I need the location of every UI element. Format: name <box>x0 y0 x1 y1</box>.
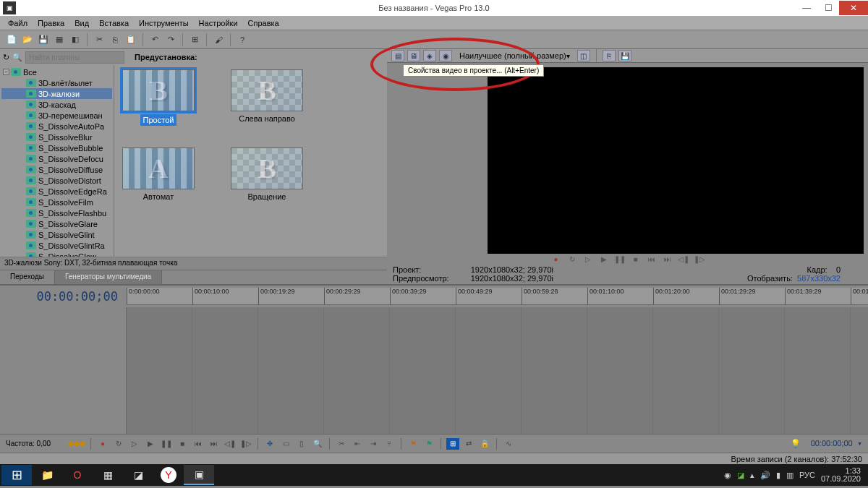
save-icon[interactable]: 💾 <box>36 33 51 47</box>
save-snapshot-icon[interactable]: 💾 <box>618 50 631 61</box>
properties-icon[interactable]: ◧ <box>68 33 82 47</box>
safe-areas-icon[interactable]: ◉ <box>439 50 452 61</box>
snap-icon[interactable]: ⊞ <box>446 438 459 450</box>
tree-item[interactable]: S_DissolveBlur <box>1 132 112 142</box>
menu-edit[interactable]: Правка <box>33 17 69 29</box>
tree-item[interactable]: 3D-перемешиван <box>1 110 112 121</box>
project-properties-icon[interactable]: ▤ <box>391 50 404 61</box>
prev-frame-icon[interactable]: ◁❚ <box>678 254 689 264</box>
new-icon[interactable]: 📄 <box>4 33 19 47</box>
paste-icon[interactable]: 📋 <box>124 33 138 47</box>
task-app1[interactable]: ▦ <box>93 465 123 485</box>
plugin-tree[interactable]: −Все 3D-влёт/вылет3D-жалюзи3D-каскад3D-п… <box>0 65 114 257</box>
minimize-button[interactable]: — <box>796 1 817 15</box>
menu-view[interactable]: Вид <box>69 17 94 29</box>
record-icon[interactable]: ● <box>550 254 562 264</box>
redo-icon[interactable]: ↷ <box>163 33 178 47</box>
loop-icon[interactable]: ↻ <box>112 438 125 450</box>
tree-item[interactable]: S_DissolveGlow <box>1 251 112 257</box>
task-app2[interactable]: ◪ <box>123 465 153 485</box>
tree-item[interactable]: S_DissolveBubble <box>1 142 112 153</box>
menu-help[interactable]: Справка <box>243 17 284 29</box>
start-button[interactable]: ⊞ <box>1 465 32 485</box>
next-frame-icon[interactable]: ❚▷ <box>694 254 705 264</box>
prev-frame-icon[interactable]: ◁❚ <box>224 438 237 450</box>
scrub-handle-icon[interactable]: ◆◆◆ <box>68 439 85 448</box>
loop-icon[interactable]: ↻ <box>566 254 578 264</box>
region-icon[interactable]: ⚑ <box>422 438 435 450</box>
cut-icon[interactable]: ✂ <box>335 438 348 450</box>
snap-icon[interactable]: ⊞ <box>187 33 202 47</box>
close-button[interactable]: ✕ <box>839 1 868 15</box>
go-end-icon[interactable]: ⏭ <box>662 254 673 264</box>
copy-icon[interactable]: ⎘ <box>108 33 122 47</box>
tray-action-icon[interactable]: ▥ <box>786 471 793 480</box>
task-yandex[interactable]: Y <box>161 467 176 483</box>
tree-item[interactable]: S_DissolveEdgeRa <box>1 186 112 197</box>
tree-item[interactable]: 3D-влёт/вылет <box>1 77 112 88</box>
record-icon[interactable]: ● <box>96 438 109 450</box>
tree-item[interactable]: S_DissolveDistort <box>1 175 112 186</box>
open-icon[interactable]: 📂 <box>20 33 35 47</box>
task-vegas[interactable]: ▣ <box>184 465 214 485</box>
auto-crossfade-icon[interactable]: ∿ <box>502 438 515 450</box>
cut-icon[interactable]: ✂ <box>92 33 106 47</box>
tray-clock[interactable]: 1:33 07.09.2020 <box>821 467 861 483</box>
preview-quality-dropdown[interactable]: Наилучшее (полный размер) ▾ <box>455 50 574 62</box>
lock-icon[interactable]: 🔒 <box>478 438 491 450</box>
tree-item[interactable]: S_DissolveAutoPa <box>1 121 112 132</box>
envelope-tool-icon[interactable]: ▭ <box>279 438 292 450</box>
search-input[interactable] <box>25 51 124 64</box>
tree-item[interactable]: S_DissolveDiffuse <box>1 164 112 175</box>
play-start-icon[interactable]: ▷ <box>128 438 141 450</box>
pause-icon[interactable]: ❚❚ <box>614 254 626 264</box>
preset-item[interactable]: AАвтомат <box>119 147 198 201</box>
menu-file[interactable]: Файл <box>3 17 33 29</box>
stop-icon[interactable]: ■ <box>630 254 642 264</box>
tree-item[interactable]: S_DissolveDefocu <box>1 153 112 164</box>
auto-ripple-icon[interactable]: ⇄ <box>462 438 475 450</box>
tree-item[interactable]: S_DissolveGlare <box>1 218 112 229</box>
play-icon[interactable]: ▶ <box>598 254 610 264</box>
help-icon[interactable]: ? <box>235 33 250 47</box>
menu-settings[interactable]: Настройки <box>194 17 243 29</box>
trim-start-icon[interactable]: ⇤ <box>351 438 364 450</box>
undo-icon[interactable]: ↶ <box>148 33 162 47</box>
tree-item[interactable]: S_DissolveGlintRa <box>1 240 112 251</box>
split-icon[interactable]: ⑂ <box>383 438 396 450</box>
external-monitor-icon[interactable]: 🖥 <box>407 50 420 61</box>
go-start-icon[interactable]: ⏮ <box>646 254 658 264</box>
go-end-icon[interactable]: ⏭ <box>208 438 221 450</box>
zoom-tool-icon[interactable]: 🔍 <box>311 438 324 450</box>
tree-item[interactable]: 3D-каскад <box>1 99 112 110</box>
tray-lang[interactable]: РУС <box>799 471 815 479</box>
tray-up-icon[interactable]: ▴ <box>750 471 754 480</box>
preset-item[interactable]: BПростой <box>119 69 198 126</box>
play-start-icon[interactable]: ▷ <box>582 254 594 264</box>
tree-item[interactable]: S_DissolveFlashbu <box>1 207 112 218</box>
tree-item[interactable]: S_DissolveFilm <box>1 197 112 207</box>
timeline-ruler[interactable]: 0:00:00:0000:00:10:0000:00:19:2900:00:29… <box>127 288 868 305</box>
tree-item[interactable]: S_DissolveGlint <box>1 229 112 240</box>
play-icon[interactable]: ▶ <box>144 438 157 450</box>
preset-item[interactable]: BВращение <box>227 147 307 201</box>
go-start-icon[interactable]: ⏮ <box>192 438 205 450</box>
tray-volume-icon[interactable]: 🔊 <box>760 471 770 480</box>
tray-network-icon[interactable]: ▮ <box>776 471 780 480</box>
menu-insert[interactable]: Вставка <box>94 17 134 29</box>
marker-icon[interactable]: ⚑ <box>407 438 420 450</box>
brush-icon[interactable]: 🖌 <box>211 33 226 47</box>
menu-tools[interactable]: Инструменты <box>134 17 194 29</box>
copy-snapshot-icon[interactable]: ⎘ <box>603 50 616 61</box>
next-frame-icon[interactable]: ❚▷ <box>239 438 252 450</box>
maximize-button[interactable]: ☐ <box>817 1 839 15</box>
task-opera[interactable]: O <box>62 465 93 485</box>
tab-media-generators[interactable]: Генераторы мультимедиа <box>55 270 162 284</box>
tree-item[interactable]: 3D-жалюзи <box>1 88 112 99</box>
stop-icon[interactable]: ■ <box>176 438 189 450</box>
tab-transitions[interactable]: Переходы <box>0 270 55 284</box>
render-icon[interactable]: ▦ <box>52 33 67 47</box>
task-explorer[interactable]: 📁 <box>32 465 62 485</box>
overlays-icon[interactable]: ◈ <box>423 50 436 61</box>
track-area[interactable] <box>127 307 868 434</box>
